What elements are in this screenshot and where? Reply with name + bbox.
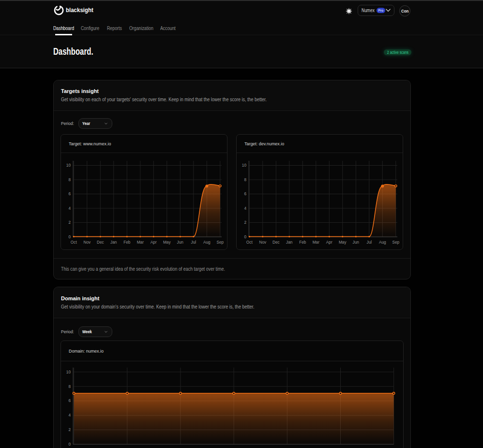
svg-text:2: 2	[244, 220, 246, 225]
svg-text:Dec: Dec	[272, 240, 279, 245]
svg-text:0: 0	[68, 442, 71, 447]
svg-text:2: 2	[68, 220, 71, 225]
svg-text:Mar: Mar	[137, 240, 144, 245]
svg-text:Jun: Jun	[177, 240, 184, 245]
svg-text:Jul: Jul	[191, 240, 196, 245]
svg-text:Sep: Sep	[216, 240, 224, 245]
svg-text:10: 10	[242, 163, 246, 168]
svg-text:Apr: Apr	[326, 240, 332, 245]
svg-text:6: 6	[68, 191, 71, 196]
svg-text:Jan: Jan	[286, 240, 293, 245]
svg-text:Jun: Jun	[352, 240, 359, 245]
svg-text:Apr: Apr	[151, 240, 157, 245]
svg-text:4: 4	[68, 206, 71, 211]
svg-text:May: May	[163, 240, 171, 245]
svg-text:Jan: Jan	[110, 240, 117, 245]
svg-text:Nov: Nov	[83, 240, 91, 245]
svg-text:8: 8	[68, 177, 71, 182]
svg-text:Aug: Aug	[378, 240, 386, 245]
svg-text:6: 6	[68, 398, 71, 403]
svg-text:Aug: Aug	[203, 240, 211, 245]
svg-text:Oct: Oct	[71, 240, 77, 245]
svg-text:May: May	[338, 240, 347, 245]
svg-text:0: 0	[244, 234, 246, 239]
svg-text:Mar: Mar	[312, 240, 319, 245]
svg-text:Feb: Feb	[299, 240, 306, 245]
svg-text:Jul: Jul	[366, 240, 372, 245]
svg-text:Sep: Sep	[392, 240, 399, 245]
svg-text:4: 4	[68, 413, 71, 417]
svg-text:0: 0	[68, 234, 71, 239]
svg-text:6: 6	[244, 191, 246, 196]
svg-text:Nov: Nov	[259, 240, 267, 245]
svg-text:Oct: Oct	[246, 240, 253, 245]
svg-text:Feb: Feb	[123, 240, 131, 245]
svg-text:Dec: Dec	[97, 240, 104, 245]
svg-text:2: 2	[68, 427, 71, 432]
svg-text:10: 10	[66, 163, 71, 168]
svg-text:8: 8	[68, 384, 71, 389]
svg-text:4: 4	[244, 206, 246, 211]
svg-text:8: 8	[244, 177, 246, 182]
svg-text:10: 10	[66, 370, 71, 374]
